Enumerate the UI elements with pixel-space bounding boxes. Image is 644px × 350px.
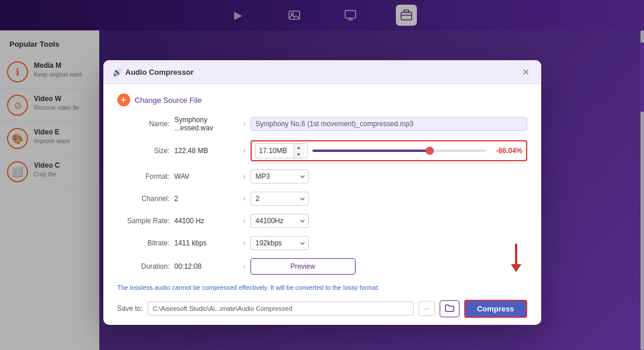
dialog-header: 🔊 Audio Compressor ✕ bbox=[103, 60, 541, 84]
audio-compressor-dialog: 🔊 Audio Compressor ✕ + Change Source Fil… bbox=[103, 60, 541, 325]
size-row: Size: 122.48 MB › ▲ ▼ bbox=[117, 140, 527, 161]
size-highlight-box: ▲ ▼ -86.04% bbox=[250, 140, 527, 161]
plus-icon: + bbox=[117, 93, 130, 106]
duration-row: Duration: 00:12:08 › Preview bbox=[117, 258, 527, 275]
format-arrow-icon: › bbox=[243, 172, 246, 181]
channel-label: Channel: bbox=[117, 195, 170, 203]
duration-arrow-icon: › bbox=[243, 262, 246, 271]
size-percent: -86.04% bbox=[490, 147, 523, 155]
size-slider-thumb[interactable] bbox=[426, 147, 434, 155]
size-slider-track bbox=[312, 150, 486, 152]
sample-rate-arrow-icon: › bbox=[243, 217, 246, 225]
arrow-container bbox=[360, 261, 527, 272]
format-select[interactable]: MP3 AAC OGG FLAC bbox=[250, 169, 309, 183]
change-source-button[interactable]: + Change Source File bbox=[117, 93, 202, 106]
close-button[interactable]: ✕ bbox=[520, 66, 532, 78]
preview-button[interactable]: Preview bbox=[250, 258, 356, 275]
warning-message: The lossless audio cannot be compressed … bbox=[117, 283, 527, 293]
format-source-value: WAV bbox=[175, 172, 239, 181]
compress-button[interactable]: Compress bbox=[464, 300, 527, 318]
arrow-stem bbox=[515, 244, 517, 264]
save-folder-button[interactable] bbox=[440, 300, 459, 317]
audio-icon: 🔊 bbox=[113, 68, 122, 77]
channel-arrow-icon: › bbox=[243, 195, 246, 203]
size-slider-container bbox=[312, 150, 486, 152]
bitrate-select[interactable]: 192kbps 128kbps 256kbps 320kbps bbox=[250, 236, 309, 250]
dialog-title: 🔊 Audio Compressor bbox=[113, 68, 194, 77]
size-increment-button[interactable]: ▲ bbox=[294, 144, 304, 151]
sample-rate-row: Sample Rate: 44100 Hz › 44100Hz 22050Hz … bbox=[117, 214, 527, 228]
sample-rate-label: Sample Rate: bbox=[117, 217, 170, 225]
save-label: Save to: bbox=[117, 304, 143, 313]
format-label: Format: bbox=[117, 172, 170, 181]
format-row: Format: WAV › MP3 AAC OGG FLAC bbox=[117, 169, 527, 183]
name-output-value: Symphony No.6 (1st movement)_compressed.… bbox=[250, 117, 527, 131]
size-label: Size: bbox=[117, 147, 170, 155]
dialog-body: + Change Source File Name: Symphony ...e… bbox=[103, 84, 541, 325]
bitrate-source-value: 1411 kbps bbox=[175, 239, 239, 247]
bitrate-label: Bitrate: bbox=[117, 239, 170, 247]
name-row: Name: Symphony ...essed.wav › Symphony N… bbox=[117, 116, 527, 132]
save-path-input[interactable] bbox=[148, 302, 414, 316]
save-row: Save to: ··· Compress bbox=[117, 300, 527, 318]
bitrate-arrow-icon: › bbox=[243, 239, 246, 247]
size-decrement-button[interactable]: ▼ bbox=[294, 151, 304, 158]
name-label: Name: bbox=[117, 120, 170, 128]
size-source-value: 122.48 MB bbox=[175, 147, 239, 155]
save-more-button[interactable]: ··· bbox=[419, 301, 435, 316]
size-arrow-icon: › bbox=[243, 147, 246, 155]
sample-rate-source-value: 44100 Hz bbox=[175, 217, 239, 225]
sample-rate-select[interactable]: 44100Hz 22050Hz 48000Hz bbox=[250, 214, 309, 228]
channel-row: Channel: 2 › 2 1 bbox=[117, 192, 527, 206]
duration-source-value: 00:12:08 bbox=[175, 262, 239, 271]
bitrate-row: Bitrate: 1411 kbps › 192kbps 128kbps 256… bbox=[117, 236, 527, 250]
name-arrow-icon: › bbox=[243, 120, 246, 128]
size-input[interactable] bbox=[256, 144, 294, 157]
duration-label: Duration: bbox=[117, 262, 170, 271]
compress-arrow-annotation bbox=[511, 244, 521, 272]
arrow-head bbox=[511, 264, 521, 272]
size-stepper: ▲ ▼ bbox=[294, 144, 304, 158]
channel-select[interactable]: 2 1 bbox=[250, 192, 309, 206]
name-source-value: Symphony ...essed.wav bbox=[175, 116, 239, 132]
size-input-group: ▲ ▼ bbox=[255, 143, 308, 158]
dialog-overlay: 🔊 Audio Compressor ✕ + Change Source Fil… bbox=[0, 0, 644, 350]
channel-source-value: 2 bbox=[175, 195, 239, 203]
